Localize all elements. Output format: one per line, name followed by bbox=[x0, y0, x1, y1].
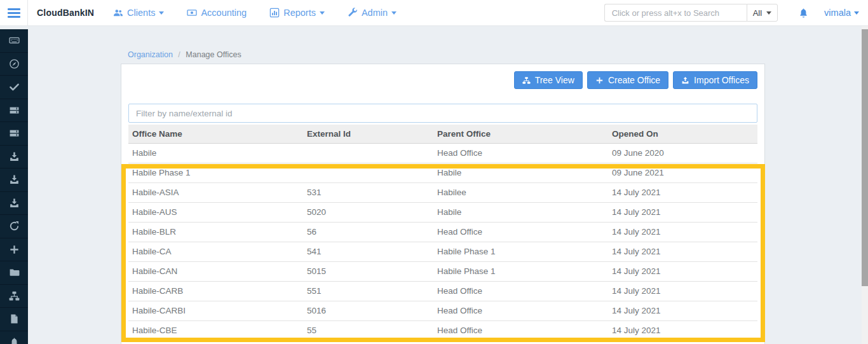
opened-on-cell: 09 June 2021 bbox=[608, 163, 757, 182]
column-header-opened-on: Opened On bbox=[608, 125, 757, 143]
table-header-row: Office NameExternal IdParent OfficeOpene… bbox=[128, 125, 757, 143]
sidebar-item-6-download[interactable] bbox=[0, 169, 28, 192]
main-menu: ClientsAccountingReportsAdmin bbox=[113, 8, 397, 18]
external-id-cell: 5016 bbox=[303, 301, 433, 320]
opened-on-cell: 14 July 2021 bbox=[608, 320, 757, 340]
sidebar-item-9-plus[interactable] bbox=[0, 238, 28, 262]
bell-icon bbox=[798, 8, 809, 18]
refresh-icon bbox=[9, 221, 20, 231]
download-icon bbox=[9, 151, 20, 162]
table-row[interactable]: Habile-ASIA531Habilee14 July 2021 bbox=[128, 182, 757, 202]
parent-office-cell: Habile bbox=[433, 202, 608, 222]
scrollbar-thumb[interactable] bbox=[862, 29, 868, 286]
opened-on-cell: 14 July 2021 bbox=[608, 242, 757, 261]
opened-on-cell: 14 July 2021 bbox=[608, 301, 757, 320]
breadcrumb-separator: / bbox=[178, 50, 180, 59]
parent-office-cell: Habile Phase 1 bbox=[433, 242, 608, 261]
sidebar-item-1-compass[interactable] bbox=[0, 53, 28, 76]
column-header-office-name: Office Name bbox=[128, 125, 303, 143]
sidebar-item-8-refresh[interactable] bbox=[0, 215, 28, 238]
table-row[interactable]: Habile Phase 1Habile09 June 2021 bbox=[128, 163, 757, 182]
navbar-right: All vimala bbox=[604, 4, 859, 22]
brand-logo: CloudBankIN bbox=[37, 8, 94, 18]
chevron-down-icon bbox=[159, 11, 164, 17]
hamburger-menu-icon[interactable] bbox=[0, 0, 28, 25]
keyboard-icon bbox=[9, 35, 20, 46]
breadcrumb-organization-link[interactable]: Organization bbox=[128, 50, 173, 59]
column-header-parent-office: Parent Office bbox=[433, 125, 608, 143]
sidebar-item-4-tasks[interactable] bbox=[0, 122, 28, 146]
global-search-input[interactable] bbox=[604, 4, 747, 22]
card-toolbar: Tree ViewCreate OfficeImport Offices bbox=[128, 71, 757, 89]
office-name-cell: Habile-BLR bbox=[128, 222, 303, 242]
office-name-cell: Habile-AUS bbox=[128, 202, 303, 222]
external-id-cell bbox=[303, 143, 433, 163]
table-row[interactable]: Habile-CARB551Head Office14 July 2021 bbox=[128, 281, 757, 301]
user-menu[interactable]: vimala bbox=[824, 8, 859, 18]
opened-on-cell: 14 July 2021 bbox=[608, 182, 757, 202]
breadcrumb: Organization / Manage Offices bbox=[121, 50, 765, 59]
parent-office-cell: Habile Phase 1 bbox=[433, 261, 608, 281]
plus-icon bbox=[595, 76, 604, 85]
external-id-cell: 5015 bbox=[303, 261, 433, 281]
banknote-icon bbox=[187, 8, 197, 18]
table-row[interactable]: Habile-CA541Habile Phase 114 July 2021 bbox=[128, 242, 757, 261]
file-icon bbox=[9, 313, 20, 324]
sidebar-item-11-sitemap[interactable] bbox=[0, 285, 28, 308]
office-name-cell: Habile-CBE bbox=[128, 320, 303, 340]
external-id-cell: 56 bbox=[303, 222, 433, 242]
office-filter-input[interactable] bbox=[128, 104, 757, 123]
office-name-cell: Habile-CA bbox=[128, 242, 303, 261]
tree-view-button[interactable]: Tree View bbox=[514, 71, 583, 89]
table-row[interactable]: Habile-CAN5015Habile Phase 114 July 2021 bbox=[128, 261, 757, 281]
sidebar-item-2-check[interactable] bbox=[0, 76, 28, 99]
chevron-down-icon bbox=[391, 11, 397, 17]
search-scope-select[interactable]: All bbox=[747, 4, 778, 22]
office-name-cell: Habile-CARB bbox=[128, 281, 303, 301]
bar-chart-icon bbox=[269, 8, 280, 18]
nav-item-accounting[interactable]: Accounting bbox=[187, 8, 247, 18]
plus-icon bbox=[9, 244, 20, 255]
chevron-down-icon bbox=[320, 11, 325, 17]
nav-item-clients[interactable]: Clients bbox=[113, 8, 164, 18]
check-icon bbox=[9, 81, 20, 92]
notifications-bell-icon[interactable] bbox=[798, 8, 809, 18]
table-row[interactable]: Habile-CARBI5016Head Office14 July 2021 bbox=[128, 301, 757, 320]
office-name-cell: Habile Phase 1 bbox=[128, 163, 303, 182]
wrench-icon bbox=[348, 8, 358, 18]
nav-item-admin[interactable]: Admin bbox=[348, 8, 397, 18]
office-name-cell: Habile bbox=[128, 143, 303, 163]
import-offices-button[interactable]: Import Offices bbox=[673, 71, 757, 89]
sidebar-item-13-bell[interactable] bbox=[0, 331, 28, 344]
sidebar-item-0-keyboard[interactable] bbox=[0, 29, 28, 53]
table-row[interactable]: Habile-CBE55Head Office14 July 2021 bbox=[128, 320, 757, 340]
user-name: vimala bbox=[824, 8, 851, 18]
sitemap-icon bbox=[522, 76, 531, 85]
parent-office-cell: Head Office bbox=[433, 320, 608, 340]
download-icon bbox=[9, 198, 20, 209]
parent-office-cell: Head Office bbox=[433, 301, 608, 320]
sidebar-item-10-folder[interactable] bbox=[0, 261, 28, 285]
external-id-cell: 551 bbox=[303, 281, 433, 301]
chevron-down-icon bbox=[854, 11, 859, 17]
page-scrollbar bbox=[862, 26, 868, 344]
parent-office-cell: Habile bbox=[433, 163, 608, 182]
sidebar-item-7-download[interactable] bbox=[0, 192, 28, 216]
parent-office-cell: Head Office bbox=[433, 143, 608, 163]
table-row[interactable]: HabileHead Office09 June 2020 bbox=[128, 143, 757, 163]
tasks-icon bbox=[9, 105, 20, 116]
nav-item-reports[interactable]: Reports bbox=[269, 8, 325, 18]
create-office-button[interactable]: Create Office bbox=[587, 71, 668, 89]
column-header-external-id: External Id bbox=[303, 125, 433, 143]
table-row[interactable]: Habile-BLR56Head Office14 July 2021 bbox=[128, 222, 757, 242]
parent-office-cell: Head Office bbox=[433, 222, 608, 242]
opened-on-cell: 14 July 2021 bbox=[608, 202, 757, 222]
download-icon bbox=[9, 174, 20, 185]
bell-icon bbox=[9, 337, 20, 344]
sidebar-item-3-tasks[interactable] bbox=[0, 99, 28, 123]
opened-on-cell: 09 June 2020 bbox=[608, 143, 757, 163]
table-row[interactable]: Habile-AUS5020Habile14 July 2021 bbox=[128, 202, 757, 222]
search-scope-value: All bbox=[753, 8, 762, 18]
sidebar-item-5-download[interactable] bbox=[0, 146, 28, 169]
sidebar-item-12-file[interactable] bbox=[0, 308, 28, 331]
